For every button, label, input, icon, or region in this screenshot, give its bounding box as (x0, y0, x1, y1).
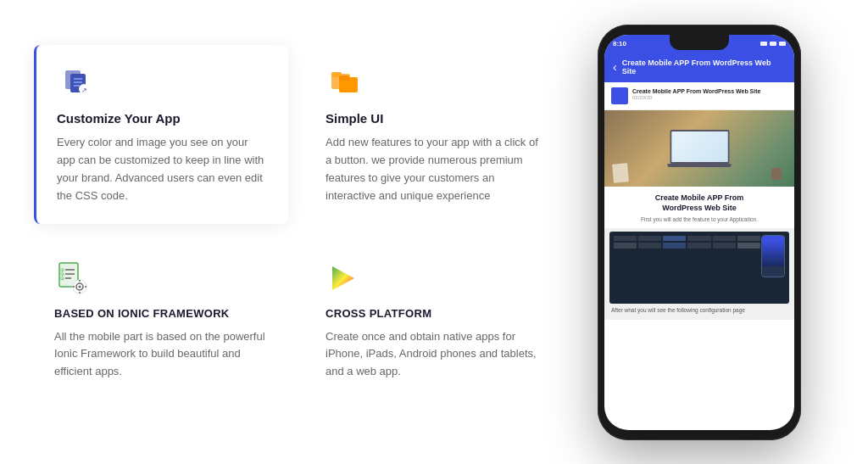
phone-screenshot-image (609, 232, 789, 304)
grid-cell (638, 243, 661, 249)
grid-cell (687, 243, 710, 249)
phone-screenshot-section: After what you will see the following co… (604, 228, 794, 320)
phone-mid-section: Create Mobile APP FromWordPress Web Site… (604, 187, 794, 228)
laptop-screen (670, 130, 729, 164)
cross-platform-icon (326, 260, 363, 297)
grid-cell (737, 243, 760, 249)
phone-status-time: 8:10 (613, 40, 626, 48)
svg-marker-29 (332, 266, 354, 290)
feature-card-simple-ui: Simple UI Add new features to your app w… (305, 45, 559, 223)
page-container: ↗ Customize Your App Every color and ima… (0, 0, 868, 464)
feature-card-ionic: ✓ ✓ ✓ BASED ON IONIC FRAMEWORK All the m… (34, 241, 288, 419)
feature-desc-cross-platform: Create once and obtain native apps for i… (326, 328, 539, 381)
simple-ui-icon (326, 64, 363, 101)
phone-mockup-wrapper: 8:10 ‹ Create Mobile APP From WordPress … (576, 25, 822, 440)
features-grid: ↗ Customize Your App Every color and ima… (34, 45, 559, 418)
feature-title-customize: Customize Your App (57, 111, 268, 126)
svg-point-24 (79, 285, 81, 288)
feature-desc-customize: Every color and image you see on your ap… (57, 134, 268, 204)
feature-title-simple-ui: Simple UI (326, 111, 539, 126)
post-title: Create Mobile APP From WordPress Web Sit… (632, 87, 760, 95)
laptop-screen-content (671, 131, 727, 162)
notebook (612, 163, 629, 182)
post-icon (611, 87, 628, 104)
customize-icon: ↗ (57, 64, 94, 101)
post-date: 02/20/20 (632, 95, 760, 100)
grid-cell (713, 236, 736, 242)
wifi-icon (770, 42, 776, 46)
grid-cell (614, 236, 637, 242)
phone-mid-subtitle: First you will add the feature to your A… (613, 216, 786, 222)
laptop-illustration (668, 130, 732, 167)
post-info: Create Mobile APP From WordPress Web Sit… (632, 87, 760, 100)
feature-title-ionic: BASED ON IONIC FRAMEWORK (54, 307, 268, 320)
feature-title-cross-platform: CROSS PLATFORM (326, 307, 539, 320)
feature-desc-ionic: All the mobile part is based on the powe… (54, 328, 268, 381)
grid-cell (663, 236, 686, 242)
phone-notch (670, 35, 729, 50)
grid-cell (737, 236, 760, 242)
inner-phone (761, 235, 785, 277)
grid-cell (713, 243, 736, 249)
phone-screen: 8:10 ‹ Create Mobile APP From WordPress … (604, 35, 794, 430)
phone-post-header: Create Mobile APP From WordPress Web Sit… (604, 82, 794, 110)
phone-header-title: Create Mobile APP From WordPress Web Sit… (622, 59, 786, 75)
grid-cell (614, 243, 637, 249)
grid-cell (663, 243, 686, 249)
svg-rect-10 (339, 75, 349, 81)
laptop-base (668, 164, 732, 167)
grid-cell (638, 236, 661, 242)
signal-icon (760, 42, 767, 46)
feature-card-customize: ↗ Customize Your App Every color and ima… (34, 45, 288, 223)
grid-cell (687, 236, 710, 242)
battery-icon (779, 42, 786, 46)
phone-status-icons (760, 42, 786, 46)
feature-card-cross-platform: CROSS PLATFORM Create once and obtain na… (305, 241, 559, 419)
svg-text:↗: ↗ (81, 87, 87, 94)
coffee-cup (771, 168, 782, 180)
feature-desc-simple-ui: Add new features to your app with a clic… (326, 134, 539, 204)
ionic-icon: ✓ ✓ ✓ (54, 260, 92, 297)
phone-caption: After what you will see the following co… (609, 304, 789, 316)
phone-mid-title: Create Mobile APP FromWordPress Web Site (613, 193, 786, 214)
inner-phone-screen (762, 241, 784, 266)
phone-app-header: ‹ Create Mobile APP From WordPress Web S… (604, 53, 794, 82)
phone-hero-image (604, 110, 794, 187)
phone-outer: 8:10 ‹ Create Mobile APP From WordPress … (598, 25, 801, 440)
back-arrow-icon[interactable]: ‹ (613, 60, 617, 74)
svg-text:✓: ✓ (61, 277, 64, 282)
